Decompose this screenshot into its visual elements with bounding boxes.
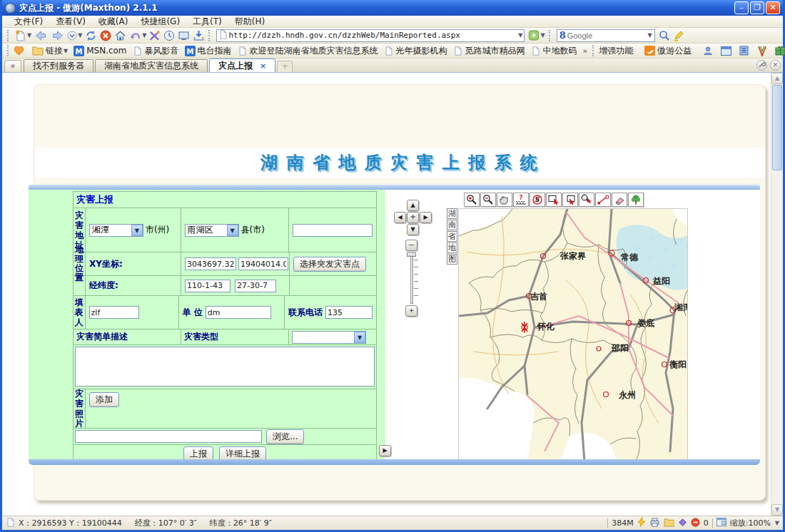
pan-up-button[interactable]: ▲ — [407, 200, 419, 211]
pick-disaster-point-button[interactable]: 选择突发灾害点 — [293, 257, 366, 272]
zoom-slider-track[interactable] — [410, 252, 413, 304]
tab-tools-button[interactable] — [756, 60, 767, 71]
stop-button[interactable] — [98, 29, 113, 43]
search-dropdown-icon[interactable]: ▼ — [647, 32, 652, 39]
unit-input[interactable] — [206, 306, 271, 319]
links-overflow-button[interactable]: » — [583, 46, 588, 56]
favorites-heart-button[interactable] — [14, 46, 26, 56]
highlight-button[interactable] — [672, 29, 686, 43]
forward-button[interactable] — [49, 29, 66, 43]
vertical-scrollbar[interactable]: ▲ ▼ — [771, 73, 783, 516]
blocked-popup-icon[interactable] — [691, 518, 700, 529]
new-tab-button[interactable]: + — [277, 61, 293, 72]
map-canvas[interactable]: 张家界常德益阳湘潭吉首娄底怀化邵阳衡阳永州 — [458, 208, 688, 461]
phone-input[interactable] — [325, 306, 373, 319]
y-coordinate-input[interactable] — [238, 257, 288, 270]
home-button[interactable] — [113, 29, 128, 43]
address-detail-input[interactable] — [293, 224, 373, 237]
tab-2[interactable]: 灾点上报× — [209, 58, 275, 72]
tab-1[interactable]: 湖南省地质灾害信息系统 — [95, 59, 208, 72]
link-item-4[interactable]: 光年摄影机构 — [384, 45, 447, 57]
links-folder-button[interactable]: 链接▼ — [32, 45, 68, 57]
menu-item-3[interactable]: 快捷组(G) — [134, 16, 186, 28]
back-button[interactable] — [33, 29, 49, 43]
map-measure-button[interactable]: ? — [513, 193, 529, 207]
add-photo-button[interactable]: 添加 — [89, 392, 119, 407]
pan-center-button[interactable]: ✛ — [407, 212, 419, 223]
screen-capture-button[interactable] — [176, 29, 191, 43]
map-pan-button[interactable] — [497, 193, 512, 207]
link-item-2[interactable]: M电台指南 — [185, 45, 232, 57]
link-item-6[interactable]: 中地数码 — [531, 45, 577, 57]
user-plugin-icon[interactable] — [703, 46, 715, 56]
scroll-down-icon[interactable]: ▼ — [771, 504, 783, 516]
folder-icon[interactable] — [664, 518, 674, 529]
map-eraser-button[interactable] — [612, 193, 627, 207]
map-identify-button[interactable] — [579, 193, 594, 207]
scroll-up-icon[interactable]: ▲ — [771, 73, 783, 84]
refresh-button[interactable] — [83, 29, 98, 43]
menu-item-1[interactable]: 查看(V) — [49, 16, 92, 28]
menu-item-5[interactable]: 帮助(H) — [228, 16, 271, 28]
zoom-label[interactable]: 缩放:100% — [730, 518, 771, 528]
download-button[interactable] — [191, 29, 206, 43]
search-input[interactable] — [567, 31, 647, 40]
history-button[interactable] — [162, 29, 176, 43]
undo-button[interactable]: ▼ — [128, 29, 148, 43]
search-bar[interactable]: 8 ▼ — [557, 29, 655, 42]
map-unselect-rect-button[interactable] — [562, 193, 578, 207]
link-item-0[interactable]: MMSN.com — [74, 46, 126, 56]
gift-plugin-icon[interactable] — [775, 46, 785, 56]
new-page-button[interactable]: ▼ — [13, 29, 33, 43]
zoom-in-step-button[interactable]: + — [405, 305, 417, 317]
window-plugin-icon[interactable] — [721, 46, 734, 56]
close-tab-button[interactable]: ✕ — [770, 60, 781, 71]
map-draw-line-button[interactable] — [595, 193, 611, 207]
notes-plugin-icon[interactable] — [739, 46, 751, 56]
description-textarea[interactable] — [75, 347, 375, 387]
go-button[interactable]: ▼ — [527, 29, 546, 43]
menu-item-2[interactable]: 收藏(A) — [92, 16, 135, 28]
browse-button[interactable]: 浏览... — [266, 429, 304, 444]
adblock-icon[interactable] — [678, 518, 687, 529]
search-button[interactable] — [657, 29, 672, 43]
address-input[interactable] — [228, 31, 517, 40]
latitude-input[interactable] — [235, 280, 276, 292]
favorites-tab-button[interactable]: ★ — [4, 60, 21, 72]
pan-left-button[interactable]: ◀ — [394, 212, 406, 223]
photo-file-input[interactable] — [75, 430, 262, 443]
map-clear-selection-button[interactable]: S — [530, 193, 545, 207]
menu-item-4[interactable]: 工具(T) — [186, 16, 228, 28]
link-item-1[interactable]: 暴风影音 — [133, 45, 179, 57]
longitude-input[interactable] — [185, 280, 231, 292]
city-select[interactable]: 湘潭▼ — [89, 224, 143, 237]
boost-icon[interactable] — [637, 517, 646, 529]
disaster-type-select[interactable]: ▼ — [292, 331, 366, 344]
zoom-dropdown-icon[interactable]: ▼ — [775, 520, 779, 526]
maximize-button[interactable]: ❐ — [750, 1, 764, 14]
minimize-button[interactable]: – — [734, 1, 749, 14]
scrollbar-thumb[interactable] — [772, 85, 782, 170]
tab-0[interactable]: 找不到服务器 — [24, 59, 93, 72]
address-dropdown-icon[interactable]: ▼ — [518, 32, 522, 39]
close-button[interactable]: ✕ — [766, 1, 780, 14]
pan-right-button[interactable]: ▶ — [420, 212, 432, 223]
tab-close-icon[interactable]: × — [260, 60, 266, 72]
reporter-name-input[interactable] — [89, 306, 139, 319]
maxthon-charity-button[interactable]: 傲游公益 — [644, 45, 692, 57]
link-item-3[interactable]: 欢迎登陆湖南省地质灾害信息系统 — [238, 45, 378, 57]
zoom-slider-thumb[interactable] — [407, 252, 416, 257]
map-select-rect-button[interactable] — [546, 193, 562, 207]
county-select[interactable]: 雨湖区▼ — [185, 224, 239, 237]
ad-filter-button[interactable] — [148, 29, 162, 43]
address-bar[interactable]: ▼ — [216, 29, 525, 42]
x-coordinate-input[interactable] — [185, 257, 236, 270]
menu-item-0[interactable]: 文件(F) — [8, 16, 49, 28]
search-engine-icon[interactable]: 8 — [559, 30, 566, 41]
printer-icon[interactable] — [649, 518, 660, 529]
link-item-5[interactable]: 觅路城市精品网 — [453, 45, 525, 57]
zoom-out-step-button[interactable]: — — [405, 240, 417, 251]
enhance-features-button[interactable]: 增强功能 — [599, 45, 633, 57]
collapse-form-button[interactable]: ▶ — [379, 445, 391, 456]
more-dropdown-button[interactable]: ▼ — [66, 29, 83, 43]
